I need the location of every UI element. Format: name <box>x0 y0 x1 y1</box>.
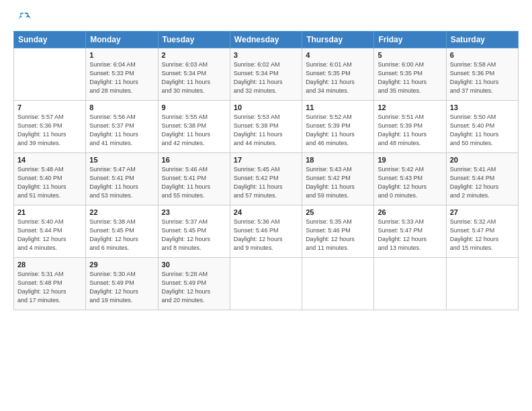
calendar-week-5: 28Sunrise: 5:31 AM Sunset: 5:48 PM Dayli… <box>14 258 519 310</box>
calendar-cell: 9Sunrise: 5:55 AM Sunset: 5:38 PM Daylig… <box>158 101 230 153</box>
day-info: Sunrise: 5:50 AM Sunset: 5:40 PM Dayligh… <box>450 113 515 148</box>
day-number: 23 <box>162 208 226 216</box>
day-info: Sunrise: 5:41 AM Sunset: 5:44 PM Dayligh… <box>450 165 515 200</box>
day-number: 10 <box>234 103 298 111</box>
day-info: Sunrise: 6:02 AM Sunset: 5:34 PM Dayligh… <box>234 60 298 95</box>
calendar-cell: 6Sunrise: 5:58 AM Sunset: 5:36 PM Daylig… <box>446 48 518 101</box>
calendar-cell: 14Sunrise: 5:48 AM Sunset: 5:40 PM Dayli… <box>14 153 86 205</box>
day-number: 6 <box>450 51 515 59</box>
day-number: 29 <box>89 261 154 269</box>
calendar-cell: 15Sunrise: 5:47 AM Sunset: 5:41 PM Dayli… <box>86 153 158 205</box>
col-header-monday: Monday <box>86 32 158 48</box>
header <box>13 11 519 26</box>
day-number: 18 <box>306 156 370 164</box>
day-number: 1 <box>89 51 154 59</box>
day-number: 12 <box>378 103 442 111</box>
calendar-cell: 23Sunrise: 5:37 AM Sunset: 5:45 PM Dayli… <box>158 205 230 258</box>
day-info: Sunrise: 5:37 AM Sunset: 5:45 PM Dayligh… <box>162 218 226 253</box>
day-info: Sunrise: 6:00 AM Sunset: 5:35 PM Dayligh… <box>378 60 442 95</box>
day-info: Sunrise: 5:57 AM Sunset: 5:36 PM Dayligh… <box>17 113 82 148</box>
day-number: 21 <box>17 208 82 216</box>
calendar-header-row: SundayMondayTuesdayWednesdayThursdayFrid… <box>14 32 519 48</box>
day-number: 25 <box>306 208 370 216</box>
calendar-cell: 17Sunrise: 5:45 AM Sunset: 5:42 PM Dayli… <box>230 153 302 205</box>
calendar-cell: 8Sunrise: 5:56 AM Sunset: 5:37 PM Daylig… <box>86 101 158 153</box>
calendar-cell: 2Sunrise: 6:03 AM Sunset: 5:34 PM Daylig… <box>158 48 230 101</box>
day-number: 26 <box>378 208 442 216</box>
calendar-table: SundayMondayTuesdayWednesdayThursdayFrid… <box>13 31 519 310</box>
day-info: Sunrise: 5:43 AM Sunset: 5:42 PM Dayligh… <box>306 165 370 200</box>
day-info: Sunrise: 5:31 AM Sunset: 5:48 PM Dayligh… <box>17 270 82 305</box>
logo-bird-icon <box>15 11 34 30</box>
day-info: Sunrise: 5:48 AM Sunset: 5:40 PM Dayligh… <box>17 165 82 200</box>
calendar-cell <box>374 258 446 310</box>
col-header-friday: Friday <box>374 32 446 48</box>
calendar-cell: 5Sunrise: 6:00 AM Sunset: 5:35 PM Daylig… <box>374 48 446 101</box>
col-header-sunday: Sunday <box>14 32 86 48</box>
day-number: 22 <box>89 208 154 216</box>
calendar-cell <box>14 48 86 101</box>
logo <box>13 11 34 26</box>
col-header-wednesday: Wednesday <box>230 32 302 48</box>
page-container: SundayMondayTuesdayWednesdayThursdayFrid… <box>0 0 532 317</box>
day-info: Sunrise: 6:03 AM Sunset: 5:34 PM Dayligh… <box>162 60 226 95</box>
day-number: 13 <box>450 103 515 111</box>
day-info: Sunrise: 5:33 AM Sunset: 5:47 PM Dayligh… <box>378 218 442 253</box>
calendar-week-3: 14Sunrise: 5:48 AM Sunset: 5:40 PM Dayli… <box>14 153 519 205</box>
day-info: Sunrise: 5:35 AM Sunset: 5:46 PM Dayligh… <box>306 218 370 253</box>
calendar-cell <box>446 258 518 310</box>
calendar-cell <box>230 258 302 310</box>
calendar-cell: 20Sunrise: 5:41 AM Sunset: 5:44 PM Dayli… <box>446 153 518 205</box>
calendar-cell: 12Sunrise: 5:51 AM Sunset: 5:39 PM Dayli… <box>374 101 446 153</box>
day-number: 14 <box>17 156 82 164</box>
calendar-week-2: 7Sunrise: 5:57 AM Sunset: 5:36 PM Daylig… <box>14 101 519 153</box>
day-info: Sunrise: 5:28 AM Sunset: 5:49 PM Dayligh… <box>162 270 226 305</box>
day-number: 17 <box>234 156 298 164</box>
calendar-cell: 27Sunrise: 5:32 AM Sunset: 5:47 PM Dayli… <box>446 205 518 258</box>
calendar-cell: 4Sunrise: 6:01 AM Sunset: 5:35 PM Daylig… <box>302 48 374 101</box>
day-number: 2 <box>162 51 226 59</box>
calendar-week-1: 1Sunrise: 6:04 AM Sunset: 5:33 PM Daylig… <box>14 48 519 101</box>
calendar-cell <box>302 258 374 310</box>
day-number: 28 <box>17 261 82 269</box>
calendar-cell: 7Sunrise: 5:57 AM Sunset: 5:36 PM Daylig… <box>14 101 86 153</box>
day-info: Sunrise: 6:01 AM Sunset: 5:35 PM Dayligh… <box>306 60 370 95</box>
day-info: Sunrise: 5:40 AM Sunset: 5:44 PM Dayligh… <box>17 218 82 253</box>
calendar-cell: 13Sunrise: 5:50 AM Sunset: 5:40 PM Dayli… <box>446 101 518 153</box>
day-number: 27 <box>450 208 515 216</box>
day-info: Sunrise: 5:56 AM Sunset: 5:37 PM Dayligh… <box>89 113 154 148</box>
day-number: 19 <box>378 156 442 164</box>
day-number: 8 <box>89 103 154 111</box>
calendar-cell: 25Sunrise: 5:35 AM Sunset: 5:46 PM Dayli… <box>302 205 374 258</box>
day-number: 15 <box>89 156 154 164</box>
day-info: Sunrise: 5:36 AM Sunset: 5:46 PM Dayligh… <box>234 218 298 253</box>
day-number: 20 <box>450 156 515 164</box>
day-info: Sunrise: 5:42 AM Sunset: 5:43 PM Dayligh… <box>378 165 442 200</box>
calendar-cell: 21Sunrise: 5:40 AM Sunset: 5:44 PM Dayli… <box>14 205 86 258</box>
day-info: Sunrise: 5:32 AM Sunset: 5:47 PM Dayligh… <box>450 218 515 253</box>
calendar-cell: 28Sunrise: 5:31 AM Sunset: 5:48 PM Dayli… <box>14 258 86 310</box>
calendar-cell: 30Sunrise: 5:28 AM Sunset: 5:49 PM Dayli… <box>158 258 230 310</box>
day-info: Sunrise: 5:47 AM Sunset: 5:41 PM Dayligh… <box>89 165 154 200</box>
day-number: 30 <box>162 261 226 269</box>
calendar-cell: 16Sunrise: 5:46 AM Sunset: 5:41 PM Dayli… <box>158 153 230 205</box>
day-info: Sunrise: 5:46 AM Sunset: 5:41 PM Dayligh… <box>162 165 226 200</box>
day-number: 24 <box>234 208 298 216</box>
day-info: Sunrise: 5:38 AM Sunset: 5:45 PM Dayligh… <box>89 218 154 253</box>
calendar-cell: 22Sunrise: 5:38 AM Sunset: 5:45 PM Dayli… <box>86 205 158 258</box>
day-info: Sunrise: 5:55 AM Sunset: 5:38 PM Dayligh… <box>162 113 226 148</box>
calendar-cell: 10Sunrise: 5:53 AM Sunset: 5:38 PM Dayli… <box>230 101 302 153</box>
col-header-tuesday: Tuesday <box>158 32 230 48</box>
calendar-cell: 24Sunrise: 5:36 AM Sunset: 5:46 PM Dayli… <box>230 205 302 258</box>
day-number: 7 <box>17 103 82 111</box>
day-info: Sunrise: 5:51 AM Sunset: 5:39 PM Dayligh… <box>378 113 442 148</box>
day-number: 9 <box>162 103 226 111</box>
day-info: Sunrise: 5:52 AM Sunset: 5:39 PM Dayligh… <box>306 113 370 148</box>
calendar-cell: 29Sunrise: 5:30 AM Sunset: 5:49 PM Dayli… <box>86 258 158 310</box>
day-number: 4 <box>306 51 370 59</box>
day-number: 16 <box>162 156 226 164</box>
calendar-cell: 3Sunrise: 6:02 AM Sunset: 5:34 PM Daylig… <box>230 48 302 101</box>
day-info: Sunrise: 5:45 AM Sunset: 5:42 PM Dayligh… <box>234 165 298 200</box>
calendar-cell: 11Sunrise: 5:52 AM Sunset: 5:39 PM Dayli… <box>302 101 374 153</box>
calendar-week-4: 21Sunrise: 5:40 AM Sunset: 5:44 PM Dayli… <box>14 205 519 258</box>
